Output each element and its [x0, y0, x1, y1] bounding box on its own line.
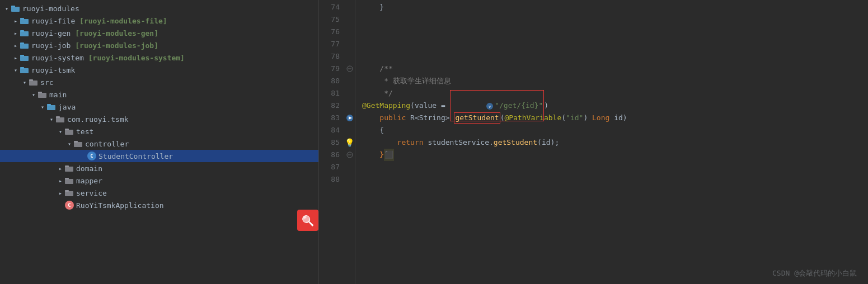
svg-rect-29 [65, 190, 69, 192]
svg-rect-20 [65, 130, 73, 135]
gutter-86[interactable] [344, 149, 355, 161]
code-85-return: return [362, 136, 428, 149]
file-icon-StudentController: C [87, 152, 96, 160]
tree-item-java[interactable]: java [0, 101, 318, 113]
svg-rect-5 [20, 30, 24, 32]
line-num-75: 75 [323, 13, 340, 26]
code-line-88 [362, 173, 868, 186]
fold-icon-79 [346, 65, 353, 72]
tree-item-ruoyi-modules[interactable]: ruoyi-modules [0, 2, 318, 15]
gutter-88 [344, 173, 355, 186]
code-80-content: * [362, 75, 393, 87]
folder-icon-mapper [65, 177, 74, 184]
svg-rect-4 [20, 31, 29, 36]
line-numbers: 74 75 76 77 78 79 80 81 82 83 84 85 86 8… [319, 0, 344, 284]
code-line-87 [362, 161, 868, 173]
code-83-public: public [362, 112, 410, 124]
gutter-87 [344, 161, 355, 173]
tree-item-main[interactable]: main [0, 88, 318, 101]
label-ruoyi-gen: ruoyi-gen [ruoyi-modules-gen] [31, 29, 158, 37]
line-num-82: 82 [323, 100, 340, 112]
label-RuoYiTsmkApplication: RuoYiTsmkApplication [76, 201, 164, 210]
label-main: main [49, 91, 67, 99]
line-num-77: 77 [323, 38, 340, 50]
tree-item-mapper[interactable]: mapper [0, 174, 318, 187]
svg-rect-13 [29, 79, 33, 81]
tree-item-controller[interactable]: controller [0, 138, 318, 150]
label-controller: controller [85, 140, 129, 148]
tree-item-ruoyi-gen[interactable]: ruoyi-gen [ruoyi-modules-gen] [0, 27, 318, 39]
label-mapper: mapper [76, 177, 102, 185]
label-ruoyi-modules: ruoyi-modules [22, 4, 79, 13]
code-79-content: /** [362, 63, 393, 75]
line-num-74: 74 [323, 1, 340, 13]
folder-icon-domain [65, 165, 74, 172]
arrow-ruoyi-modules [2, 6, 11, 12]
gutter-80 [344, 75, 355, 87]
arrow-domain [56, 165, 65, 172]
label-java: java [58, 103, 76, 111]
line-num-83: 83 [323, 112, 340, 124]
code-content: } /** * 获取学生详细信息 */ @GetMapping(value = [355, 0, 868, 284]
code-line-77 [362, 38, 868, 50]
gutter-83[interactable] [344, 112, 355, 124]
line-num-87: 87 [323, 161, 340, 173]
code-line-86: }⬛ [362, 149, 868, 161]
bulb-icon-85: 💡 [345, 138, 354, 147]
svg-rect-21 [65, 129, 69, 130]
gutter-78 [344, 50, 355, 63]
folder-icon-ruoyi-modules [11, 5, 20, 12]
code-line-81: */ [362, 87, 868, 100]
tree-item-domain[interactable]: domain [0, 162, 318, 174]
arrow-mapper [56, 178, 65, 184]
tree-item-src[interactable]: src [0, 76, 318, 88]
code-line-79: /** [362, 63, 868, 75]
arrow-controller [65, 141, 74, 147]
code-line-84: { [362, 124, 868, 136]
label-src: src [40, 78, 53, 87]
code-81-content: */ [362, 87, 393, 100]
line-num-84: 84 [323, 124, 340, 136]
svg-rect-24 [65, 167, 73, 172]
code-line-85: return studentService.getStudent(id); [362, 136, 868, 149]
tree-item-com-ruoyi-tsmk[interactable]: com.ruoyi.tsmk [0, 113, 318, 125]
arrow-main [29, 92, 38, 98]
label-StudentController: StudentController [98, 152, 173, 160]
tree-item-ruoyi-tsmk[interactable]: ruoyi-tsmk [0, 64, 318, 76]
label-test: test [76, 127, 93, 136]
bracket-ruoyi-job: [ruoyi-modules-job] [75, 41, 158, 50]
gutter-82 [344, 100, 355, 112]
code-line-83: public R<String> getStudent(@PathVariabl… [362, 112, 868, 124]
file-icon-RuoYiTsmkApplication: C [65, 201, 74, 210]
svg-rect-6 [20, 44, 29, 49]
search-button[interactable] [297, 210, 318, 231]
gutter-84 [344, 124, 355, 136]
tree-item-StudentController[interactable]: C StudentController [0, 150, 318, 162]
run-icon-83 [346, 114, 354, 122]
tree-item-test[interactable]: test [0, 125, 318, 138]
tree-item-ruoyi-system[interactable]: ruoyi-system [ruoyi-modules-system] [0, 51, 318, 64]
code-line-75 [362, 13, 868, 26]
gutter-81 [344, 87, 355, 100]
arrow-ruoyi-system [11, 55, 20, 61]
tree-item-RuoYiTsmkApplication[interactable]: C RuoYiTsmkApplication [0, 199, 318, 211]
svg-rect-3 [20, 18, 24, 20]
arrow-ruoyi-file [11, 18, 20, 24]
bracket-ruoyi-system: [ruoyi-modules-system] [88, 54, 185, 62]
tree-item-ruoyi-file[interactable]: ruoyi-file [ruoyi-modules-file] [0, 15, 318, 27]
line-num-76: 76 [323, 26, 340, 38]
svg-rect-26 [65, 179, 73, 184]
gutter-75 [344, 13, 355, 26]
svg-rect-9 [20, 55, 24, 56]
tree-item-ruoyi-job[interactable]: ruoyi-job [ruoyi-modules-job] [0, 39, 318, 51]
gutter-79[interactable] [344, 63, 355, 75]
code-86-content [362, 149, 379, 161]
gutter-77 [344, 38, 355, 50]
gutter-85[interactable]: 💡 [344, 136, 355, 149]
code-line-74: } [362, 1, 868, 13]
folder-icon-controller [74, 140, 83, 147]
label-ruoyi-file: ruoyi-file [ruoyi-modules-file] [31, 17, 167, 25]
tree-item-service[interactable]: service [0, 187, 318, 199]
svg-rect-0 [11, 7, 20, 12]
svg-rect-12 [29, 81, 37, 86]
